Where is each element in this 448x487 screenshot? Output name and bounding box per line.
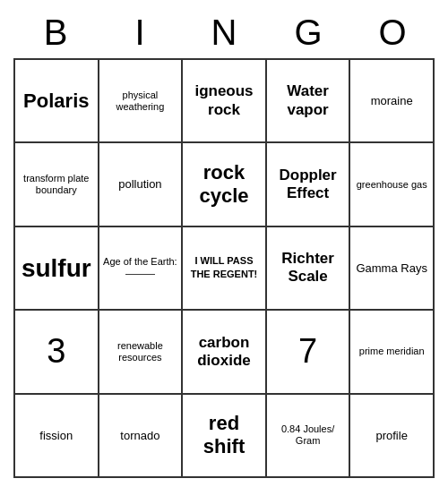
header-o: O (350, 9, 435, 56)
bingo-grid: Polaris physical weathering igneous rock… (13, 58, 435, 478)
cell-19: prime meridian (350, 311, 435, 394)
cell-16: renewable resources (99, 311, 184, 394)
cell-10: sulfur (15, 227, 99, 311)
cell-13: Richter Scale (267, 227, 351, 311)
cell-22: red shift (183, 395, 267, 478)
bingo-header: B I N G O (13, 9, 435, 56)
cell-1: physical weathering (99, 60, 184, 143)
cell-9: greenhouse gas (350, 143, 435, 226)
cell-0: Polaris (15, 60, 99, 143)
header-i: I (98, 9, 182, 56)
cell-3: Water vapor (267, 60, 351, 143)
cell-17: carbon dioxide (183, 311, 267, 394)
cell-18: 7 (267, 311, 351, 394)
cell-4: moraine (350, 60, 435, 143)
cell-20: fission (15, 395, 99, 478)
cell-free: I WILL PASS THE REGENT! (183, 227, 267, 311)
cell-7: rock cycle (183, 143, 267, 226)
header-n: N (182, 9, 266, 56)
cell-21: tornado (99, 395, 184, 478)
cell-24: profile (350, 395, 435, 478)
header-b: B (13, 9, 98, 56)
cell-5: transform plate boundary (15, 143, 99, 226)
cell-14: Gamma Rays (350, 227, 435, 311)
cell-11: Age of the Earth: ——— (99, 227, 184, 311)
cell-15: 3 (15, 311, 99, 394)
cell-23: 0.84 Joules/ Gram (267, 395, 351, 478)
header-g: G (266, 9, 350, 56)
cell-2: igneous rock (183, 60, 267, 143)
cell-6: pollution (99, 143, 184, 226)
cell-8: Doppler Effect (267, 143, 351, 226)
